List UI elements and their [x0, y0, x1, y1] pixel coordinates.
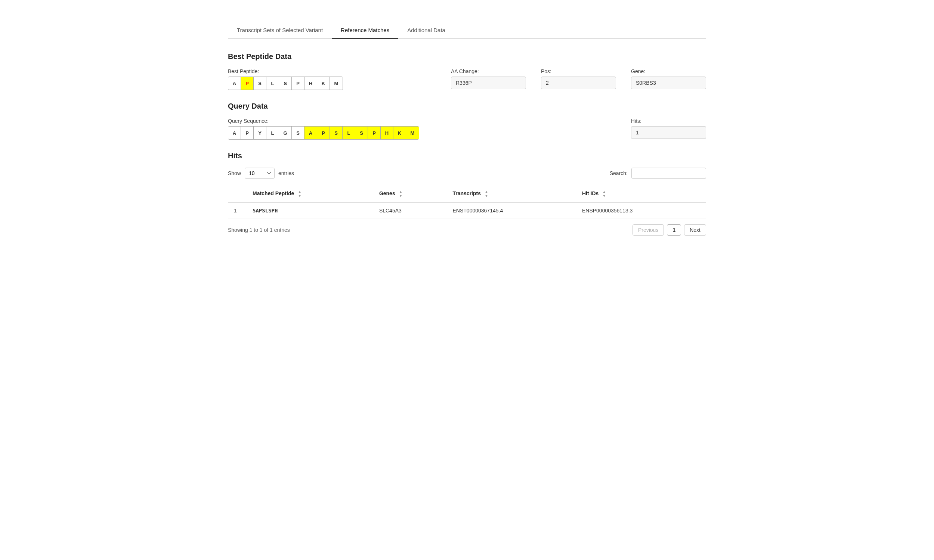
aa-change-input[interactable] — [451, 77, 526, 89]
row-hit-ids: ENSP00000356113.3 — [576, 203, 706, 218]
query-peptide-cell: S — [330, 126, 342, 139]
search-label: Search: — [610, 170, 628, 176]
search-group: Search: — [610, 168, 706, 179]
peptide-cell: S — [279, 77, 292, 89]
sort-arrows-genes: ▲▼ — [399, 190, 403, 198]
best-peptide-row: Best Peptide: APSLSPHKM AA Change: Pos: … — [228, 68, 706, 90]
hits-title: Hits — [228, 152, 706, 160]
best-peptide-sequence: APSLSPHKM — [228, 77, 343, 90]
pagination-controls: Previous 1 Next — [632, 225, 706, 235]
hits-input[interactable] — [631, 126, 706, 139]
best-peptide-field: Best Peptide: APSLSPHKM — [228, 68, 343, 90]
query-peptide-cell: K — [393, 126, 406, 139]
query-peptide-cell: A — [228, 126, 241, 139]
tabs-container: Transcript Sets of Selected Variant Refe… — [228, 22, 706, 39]
col-transcripts[interactable]: Transcripts ▲▼ — [447, 185, 576, 203]
query-peptide-cell: Y — [254, 126, 267, 139]
row-num: 1 — [228, 203, 247, 218]
query-peptide-cell: A — [305, 126, 317, 139]
peptide-cell: P — [292, 77, 305, 89]
table-row: 1 SAPSLSPH SLC45A3 ENST00000367145.4 ENS… — [228, 203, 706, 218]
col-genes[interactable]: Genes ▲▼ — [373, 185, 447, 203]
gene-input[interactable] — [631, 77, 706, 89]
entries-label: entries — [278, 170, 294, 176]
query-peptide-cell: S — [292, 126, 305, 139]
row-matched-peptide: SAPSLSPH — [247, 203, 373, 218]
best-peptide-section: Best Peptide Data Best Peptide: APSLSPHK… — [228, 52, 706, 90]
peptide-cell: H — [305, 77, 317, 89]
gene-label: Gene: — [631, 68, 706, 74]
query-peptide-cell: P — [241, 126, 254, 139]
peptide-cell: P — [241, 77, 254, 89]
query-peptide-cell: G — [279, 126, 292, 139]
pos-label: Pos: — [541, 68, 616, 74]
sort-arrows-matched-peptide: ▲▼ — [298, 190, 302, 198]
show-label: Show — [228, 170, 241, 176]
hits-table: Matched Peptide ▲▼ Genes ▲▼ Transcripts … — [228, 185, 706, 218]
best-peptide-title: Best Peptide Data — [228, 52, 706, 61]
page-1-button[interactable]: 1 — [667, 225, 681, 235]
bottom-divider — [228, 247, 706, 247]
aa-change-label: AA Change: — [451, 68, 526, 74]
query-peptide-cell: M — [406, 126, 419, 139]
query-title: Query Data — [228, 102, 706, 111]
sort-arrows-hit-ids: ▲▼ — [602, 190, 606, 198]
peptide-cell: S — [254, 77, 267, 89]
pagination-row: Showing 1 to 1 of 1 entries Previous 1 N… — [228, 225, 706, 235]
col-num — [228, 185, 247, 203]
next-button[interactable]: Next — [684, 225, 706, 235]
peptide-cell: K — [317, 77, 330, 89]
search-input[interactable] — [631, 168, 706, 179]
query-peptide-cell: S — [355, 126, 368, 139]
show-entries-group: Show 10 25 50 100 entries — [228, 168, 294, 179]
query-right: Hits: — [631, 118, 706, 139]
tab-transcript-sets[interactable]: Transcript Sets of Selected Variant — [228, 22, 332, 39]
peptide-cell: A — [228, 77, 241, 89]
tab-additional-data[interactable]: Additional Data — [398, 22, 454, 39]
best-peptide-label: Best Peptide: — [228, 68, 343, 74]
table-header: Matched Peptide ▲▼ Genes ▲▼ Transcripts … — [228, 185, 706, 203]
entries-select[interactable]: 10 25 50 100 — [245, 168, 274, 179]
hits-label: Hits: — [631, 118, 706, 124]
hits-controls: Show 10 25 50 100 entries Search: — [228, 168, 706, 179]
query-section: Query Data Query Sequence: APYLGSAPSLSPH… — [228, 102, 706, 140]
col-matched-peptide[interactable]: Matched Peptide ▲▼ — [247, 185, 373, 203]
query-peptide-cell: P — [368, 126, 381, 139]
peptide-cell: M — [330, 77, 342, 89]
query-sequence-label: Query Sequence: — [228, 118, 419, 124]
previous-button[interactable]: Previous — [632, 225, 664, 235]
query-left: Query Sequence: APYLGSAPSLSPHKM — [228, 118, 419, 140]
query-peptide-cell: L — [267, 126, 279, 139]
tab-reference-matches[interactable]: Reference Matches — [332, 22, 398, 39]
table-body: 1 SAPSLSPH SLC45A3 ENST00000367145.4 ENS… — [228, 203, 706, 218]
pos-field: Pos: — [541, 68, 616, 89]
row-transcripts: ENST00000367145.4 — [447, 203, 576, 218]
row-genes: SLC45A3 — [373, 203, 447, 218]
query-field-row: Query Sequence: APYLGSAPSLSPHKM Hits: — [228, 118, 706, 140]
query-peptide-cell: P — [317, 126, 330, 139]
query-peptide-sequence: APYLGSAPSLSPHKM — [228, 126, 419, 140]
page-container: Transcript Sets of Selected Variant Refe… — [205, 0, 729, 269]
query-peptide-cell: H — [381, 126, 393, 139]
col-hit-ids[interactable]: Hit IDs ▲▼ — [576, 185, 706, 203]
query-peptide-cell: L — [342, 126, 355, 139]
gene-field: Gene: — [631, 68, 706, 89]
pos-input[interactable] — [541, 77, 616, 89]
showing-text: Showing 1 to 1 of 1 entries — [228, 227, 290, 233]
hits-section: Hits Show 10 25 50 100 entries Search: — [228, 152, 706, 235]
sort-arrows-transcripts: ▲▼ — [485, 190, 488, 198]
aa-change-field: AA Change: — [451, 68, 526, 89]
peptide-cell: L — [267, 77, 279, 89]
